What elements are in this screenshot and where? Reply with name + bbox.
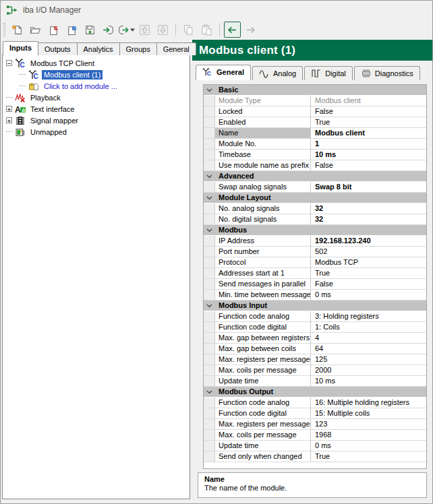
chevron-down-icon[interactable]	[206, 390, 212, 394]
save-button[interactable]	[82, 22, 98, 38]
property-value[interactable]: 0 ms	[311, 290, 426, 300]
tree-expander-expand[interactable]: +	[6, 106, 12, 112]
grid-row[interactable]: Function code digital1: Coils	[204, 322, 426, 333]
import-button[interactable]	[100, 22, 117, 38]
grid-row[interactable]: Port number502	[204, 247, 426, 257]
grid-row[interactable]: Addresses start at 1True	[204, 268, 426, 279]
grid-section-header[interactable]: Module Layout	[204, 193, 426, 203]
grid-row[interactable]: Max. gap between registers4	[204, 333, 426, 344]
grid-row[interactable]: Max. coils per message1968	[204, 430, 426, 441]
grid-row[interactable]: Function code digital15: Multiple coils	[204, 408, 426, 419]
grid-row[interactable]: Update time10 ms	[204, 376, 426, 387]
grid-row[interactable]: Max. gap between coils64	[204, 344, 426, 354]
property-value[interactable]: 4	[311, 333, 426, 343]
grid-section-header[interactable]: Basic	[204, 85, 426, 96]
export-button[interactable]	[118, 22, 135, 38]
property-value[interactable]: 502	[311, 247, 426, 257]
property-value[interactable]: 10 ms	[311, 376, 426, 386]
property-value[interactable]: Modbus client	[311, 96, 426, 106]
tree-item-label[interactable]: Signal mapper	[28, 116, 80, 125]
grid-section-header[interactable]: Modbus	[204, 225, 426, 236]
property-value[interactable]: True	[311, 268, 426, 278]
chevron-down-icon[interactable]	[206, 196, 212, 200]
grid-row[interactable]: Send messages in parallelFalse	[204, 279, 426, 290]
grid-row[interactable]: Send only when changedTrue	[204, 451, 426, 462]
tab-inputs[interactable]: Inputs	[3, 41, 38, 55]
grid-row[interactable]: Update time0 ms	[204, 441, 426, 451]
property-value[interactable]: 64	[311, 344, 426, 354]
chevron-down-icon[interactable]	[206, 88, 212, 92]
property-value[interactable]: False	[311, 160, 426, 170]
grid-row[interactable]: Min. time between messages0 ms	[204, 290, 426, 301]
property-value[interactable]: 2000	[311, 365, 426, 375]
open-b-button[interactable]: B	[63, 22, 80, 38]
toolbar-grip[interactable]	[3, 23, 5, 36]
open-config-button[interactable]	[27, 22, 44, 38]
property-value[interactable]: 16: Multiple holding registers	[311, 398, 426, 408]
tab-groups[interactable]: Groups	[119, 42, 157, 55]
digital-wave-icon	[311, 69, 322, 78]
grid-row[interactable]: IP Address192.168.123.240	[204, 236, 426, 247]
tree-item-label[interactable]: Text interface	[28, 104, 76, 114]
tree-item-label[interactable]: Modbus client (1)	[42, 70, 103, 80]
new-config-button[interactable]	[9, 22, 26, 38]
chevron-down-icon[interactable]	[206, 175, 212, 179]
tree-item-label[interactable]: Playback	[28, 93, 63, 102]
grid-row[interactable]: EnabledTrue	[204, 117, 426, 128]
module-tab-analog[interactable]: Analog	[252, 66, 303, 80]
tree-expander-expand[interactable]: +	[6, 117, 12, 123]
grid-row[interactable]: NameModbus client	[204, 128, 426, 139]
grid-row[interactable]: Module TypeModbus client	[204, 96, 426, 106]
property-value[interactable]: 1968	[311, 430, 426, 440]
grid-row[interactable]: Max. coils per message2000	[204, 365, 426, 376]
grid-row[interactable]: No. digital signals32	[204, 214, 426, 225]
property-value[interactable]: False	[311, 106, 426, 117]
open-s-button[interactable]: S	[45, 22, 62, 38]
chevron-down-icon[interactable]	[206, 304, 212, 308]
grid-row[interactable]: ProtocolModbus TCP	[204, 257, 426, 268]
property-value[interactable]: True	[311, 117, 426, 127]
grid-section-header[interactable]: Modbus Output	[204, 387, 426, 398]
property-value[interactable]: False	[311, 279, 426, 289]
chevron-down-icon[interactable]	[206, 228, 212, 232]
tab-general[interactable]: General	[156, 42, 196, 55]
property-value[interactable]: 32	[311, 203, 426, 214]
property-value[interactable]: 123	[311, 419, 426, 429]
tree-item-label[interactable]: Unmapped	[28, 127, 69, 137]
property-value[interactable]: Modbus TCP	[311, 257, 426, 267]
grid-row[interactable]: Use module name as prefixFalse	[204, 160, 426, 171]
module-tab-diagnostics[interactable]: Diagnostics	[354, 66, 420, 80]
grid-row[interactable]: Module No.1	[204, 139, 426, 150]
grid-row[interactable]: Swap analog signalsSwap 8 bit	[204, 182, 426, 193]
grid-row[interactable]: Function code analog16: Multiple holding…	[204, 398, 426, 408]
grid-row[interactable]: No. analog signals32	[204, 203, 426, 214]
property-value[interactable]: 10 ms	[311, 150, 426, 160]
dropdown-caret-icon[interactable]	[130, 28, 135, 32]
property-value[interactable]: 15: Multiple coils	[311, 408, 426, 418]
grid-row[interactable]: Max. registers per message123	[204, 419, 426, 430]
property-value[interactable]: 0 ms	[311, 441, 426, 451]
tree-expander-collapse[interactable]: −	[6, 60, 12, 66]
property-value[interactable]: 192.168.123.240	[311, 236, 426, 246]
tab-outputs[interactable]: Outputs	[38, 42, 78, 55]
property-value[interactable]: Modbus client	[311, 128, 426, 138]
property-value[interactable]: 125	[311, 354, 426, 365]
tree-item-label[interactable]: Modbus TCP Client	[28, 59, 96, 68]
grid-row[interactable]: Timebase10 ms	[204, 150, 426, 160]
grid-section-header[interactable]: Modbus Input	[204, 301, 426, 311]
property-value[interactable]: 3: Holding registers	[311, 311, 426, 321]
property-value[interactable]: True	[311, 451, 426, 462]
module-tab-digital[interactable]: Digital	[304, 66, 353, 80]
grid-row[interactable]: Max. registers per message125	[204, 354, 426, 365]
grid-row[interactable]: LockedFalse	[204, 106, 426, 117]
module-tab-general[interactable]: CGeneral	[196, 65, 251, 80]
property-value[interactable]: Swap 8 bit	[311, 182, 426, 192]
nav-back-button[interactable]	[224, 22, 241, 38]
property-value[interactable]: 1: Coils	[311, 322, 426, 332]
grid-row[interactable]: Function code analog3: Holding registers	[204, 311, 426, 322]
grid-section-header[interactable]: Advanced	[204, 171, 426, 182]
property-value[interactable]: 1	[311, 139, 426, 149]
tab-analytics[interactable]: Analytics	[77, 42, 120, 55]
property-value[interactable]: 32	[311, 214, 426, 224]
tree-item-label[interactable]: Click to add module ...	[42, 82, 119, 91]
